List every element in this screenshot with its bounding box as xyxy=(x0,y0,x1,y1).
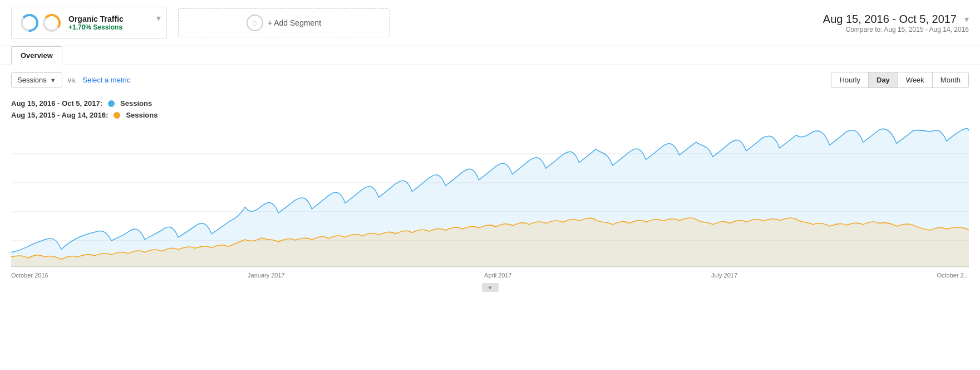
week-button[interactable]: Week xyxy=(898,72,933,87)
x-label-jan2017: January 2017 xyxy=(248,272,285,279)
tabs-row: Overview xyxy=(0,46,980,65)
chart-area xyxy=(0,125,980,270)
metric-dropdown-icon: ▼ xyxy=(50,77,56,84)
chart-svg xyxy=(11,125,969,270)
time-period-buttons: Hourly Day Week Month xyxy=(831,72,969,88)
tab-overview[interactable]: Overview xyxy=(11,46,62,65)
legend-area: Aug 15, 2016 - Oct 5, 2017: Sessions Aug… xyxy=(0,95,980,125)
x-label-apr2017: April 2017 xyxy=(484,272,512,279)
blue-donut-icon xyxy=(19,13,40,33)
month-button[interactable]: Month xyxy=(933,72,968,87)
segment-dropdown-icon[interactable]: ▾ xyxy=(156,13,161,23)
scrollbar-handle[interactable]: ▼ xyxy=(482,283,499,292)
top-bar: Organic Traffic +1.70% Sessions ▾ ○ + Ad… xyxy=(0,0,980,46)
segment-metric: +1.70% Sessions xyxy=(68,23,124,31)
segment-info: Organic Traffic +1.70% Sessions xyxy=(68,14,124,31)
metric-selector[interactable]: Sessions ▼ xyxy=(11,72,62,87)
segment-card[interactable]: Organic Traffic +1.70% Sessions ▾ xyxy=(11,7,167,39)
select-metric-link[interactable]: Select a metric xyxy=(82,76,130,84)
day-button[interactable]: Day xyxy=(869,72,898,87)
legend-date-2: Aug 15, 2015 - Aug 14, 2016: xyxy=(11,111,108,119)
x-axis-labels: October 2016 January 2017 April 2017 Jul… xyxy=(0,270,980,281)
metric-label: Sessions xyxy=(17,76,47,84)
donut-icons xyxy=(19,13,62,33)
compare-label: Compare to: xyxy=(846,26,883,33)
orange-donut-icon xyxy=(42,13,62,33)
x-label-oct2: October 2... xyxy=(937,272,968,279)
legend-row-2: Aug 15, 2015 - Aug 14, 2016: Sessions xyxy=(11,111,969,119)
controls-row: Sessions ▼ vs. Select a metric Hourly Da… xyxy=(0,65,980,95)
date-range-area: Aug 15, 2016 - Oct 5, 2017 ▾ Compare to:… xyxy=(823,13,969,33)
legend-dot-orange xyxy=(114,112,120,119)
scrollbar-row: ▼ xyxy=(0,281,980,294)
date-range-dropdown-icon[interactable]: ▾ xyxy=(964,14,969,25)
legend-row-1: Aug 15, 2016 - Oct 5, 2017: Sessions xyxy=(11,99,969,108)
vs-label: vs. xyxy=(68,76,77,84)
add-segment-label: + Add Segment xyxy=(268,18,321,27)
legend-dot-blue xyxy=(108,100,115,107)
x-label-jul2017: July 2017 xyxy=(711,272,737,279)
segment-name: Organic Traffic xyxy=(68,14,124,23)
legend-date-1: Aug 15, 2016 - Oct 5, 2017: xyxy=(11,99,102,108)
add-segment-button[interactable]: ○ + Add Segment xyxy=(178,8,390,37)
add-segment-icon: ○ xyxy=(247,14,263,31)
compare-range: Aug 15, 2015 - Aug 14, 2016 xyxy=(884,26,969,33)
legend-metric-2: Sessions xyxy=(126,111,157,119)
date-range-title: Aug 15, 2016 - Oct 5, 2017 xyxy=(823,13,957,26)
hourly-button[interactable]: Hourly xyxy=(831,72,869,87)
legend-metric-1: Sessions xyxy=(120,99,152,108)
date-compare: Compare to: Aug 15, 2015 - Aug 14, 2016 xyxy=(823,26,969,33)
x-label-oct2016: October 2016 xyxy=(11,272,48,279)
